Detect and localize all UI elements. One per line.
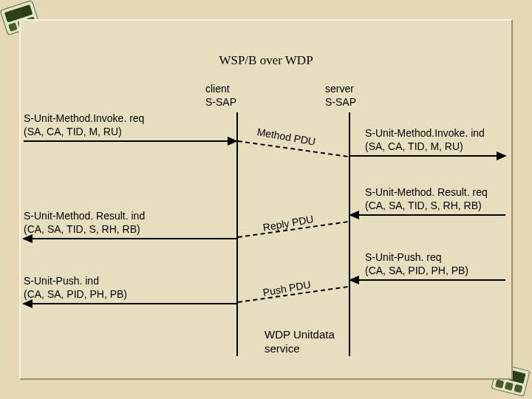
server-lifeline [349, 112, 350, 356]
server-sap-label: server S-SAP [325, 83, 356, 109]
push-req-arrow [350, 279, 505, 281]
push-ind-arrow [24, 303, 236, 304]
client-lifeline [236, 112, 238, 356]
result-req-arrow [350, 214, 505, 216]
diagram-title: WSP/B over WDP [0, 53, 532, 68]
result-req-label: S-Unit-Method. Result. req (CA, SA, TID,… [365, 186, 488, 212]
wdp-service-label: WDP Unitdata service [265, 328, 335, 356]
invoke-ind-label: S-Unit-Method.Invoke. ind (SA, CA, TID, … [365, 127, 485, 153]
invoke-req-label: S-Unit-Method.Invoke. req (SA, CA, TID, … [24, 112, 144, 138]
client-sap-label: client S-SAP [205, 83, 236, 109]
push-req-label: S-Unit-Push. req (CA, SA, PID, PH, PB) [365, 251, 468, 277]
invoke-ind-arrow [350, 155, 505, 157]
invoke-req-arrow [24, 140, 236, 142]
result-ind-label: S-Unit-Method. Result. ind (CA, SA, TID,… [24, 210, 145, 236]
push-ind-label: S-Unit-Push. ind (CA, SA, PID, PH, PB) [24, 275, 127, 301]
result-ind-arrow [24, 238, 236, 239]
